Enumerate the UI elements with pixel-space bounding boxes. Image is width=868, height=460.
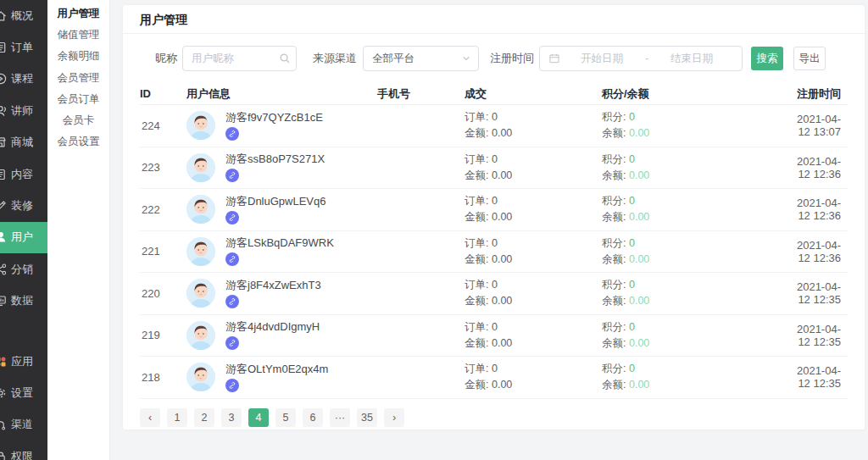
amount-label: 金额: bbox=[465, 337, 488, 349]
points-balance-cell: 积分: 0 余额: 0.00 bbox=[602, 319, 793, 352]
sidebar-item-icon bbox=[0, 199, 8, 213]
sidebar-item-icon bbox=[0, 450, 8, 460]
balance-value: 0.00 bbox=[629, 169, 649, 181]
user-info-cell: 游客LSkBqDAF9WRK bbox=[186, 236, 364, 266]
orders-label: 订单: bbox=[465, 321, 488, 333]
table-row: 224 bbox=[140, 105, 848, 147]
start-date-placeholder[interactable]: 开始日期 bbox=[560, 52, 643, 66]
channel-badge bbox=[225, 252, 239, 266]
sidebar-item-label: 装修 bbox=[11, 198, 33, 213]
pagination-button[interactable]: 5 bbox=[275, 408, 296, 427]
submenu-item[interactable]: 会员设置 bbox=[47, 131, 109, 152]
table-row: 220 bbox=[140, 273, 848, 315]
sidebar-item-icon bbox=[0, 9, 8, 23]
user-management-app: 概况 订单 课程 讲师 商城 内容 bbox=[0, 0, 868, 460]
link-icon bbox=[228, 381, 236, 390]
submenu-item[interactable]: 用户管理 bbox=[47, 3, 109, 25]
submenu-item[interactable]: 储值管理 bbox=[47, 25, 109, 46]
pagination-button[interactable]: ‹ bbox=[140, 408, 160, 427]
user-submenu: 用户管理 储值管理 余额明细 会员管理 会员订单 会员卡 会员设置 bbox=[47, 0, 110, 460]
channel-badge bbox=[225, 336, 239, 350]
sidebar-item[interactable]: 商城 bbox=[0, 127, 47, 158]
sidebar-item[interactable]: 课程 bbox=[0, 64, 47, 95]
sidebar-item-label: 讲师 bbox=[11, 103, 33, 119]
sidebar-item-label: 应用 bbox=[11, 354, 33, 369]
end-date-placeholder[interactable]: 结束日期 bbox=[650, 52, 733, 66]
amount-label: 金额: bbox=[465, 379, 488, 391]
search-button[interactable]: 搜索 bbox=[751, 47, 783, 70]
pagination-button[interactable]: › bbox=[384, 408, 404, 427]
sidebar-item[interactable]: 权限 bbox=[0, 441, 47, 460]
sidebar-item-label: 权限 bbox=[11, 449, 33, 460]
sidebar-item[interactable]: 分销 bbox=[0, 253, 47, 285]
date-range-picker[interactable]: 开始日期 - 结束日期 bbox=[539, 46, 743, 71]
registered-time: 2021-04-12 12:36 bbox=[793, 239, 848, 264]
submenu-item[interactable]: 会员卡 bbox=[47, 110, 109, 131]
orders-value: 0 bbox=[492, 363, 498, 374]
avatar bbox=[186, 237, 215, 266]
orders-label: 订单: bbox=[465, 111, 488, 123]
deal-cell: 订单: 0 金额: 0.00 bbox=[465, 277, 602, 309]
sidebar-item[interactable]: 应用 bbox=[0, 346, 47, 377]
deal-cell: 订单: 0 金额: 0.00 bbox=[465, 236, 602, 268]
deal-cell: 订单: 0 金额: 0.00 bbox=[465, 319, 602, 352]
pagination-button[interactable]: 3 bbox=[221, 408, 242, 427]
points-label: 积分: bbox=[602, 153, 626, 165]
sidebar-item[interactable]: 概况 bbox=[0, 0, 47, 31]
sidebar-item-label: 订单 bbox=[11, 40, 33, 55]
registered-time: 2021-04-12 13:07 bbox=[793, 113, 848, 138]
user-id: 223 bbox=[140, 161, 186, 174]
sidebar-item[interactable]: 订单 bbox=[0, 31, 47, 63]
pagination-button[interactable]: 1 bbox=[167, 408, 187, 427]
sidebar-item[interactable]: 数据 bbox=[0, 285, 47, 317]
registered-time: 2021-04-12 12:35 bbox=[793, 364, 848, 390]
sidebar-item[interactable]: 装修 bbox=[0, 190, 47, 221]
points-value: 0 bbox=[629, 153, 635, 165]
balance-label: 余额: bbox=[602, 127, 626, 139]
sidebar-item[interactable]: 内容 bbox=[0, 158, 47, 190]
channel-select[interactable]: 全部平台 bbox=[363, 46, 479, 71]
user-table: 224 bbox=[140, 105, 848, 399]
deal-cell: 订单: 0 金额: 0.00 bbox=[465, 152, 602, 184]
points-balance-cell: 积分: 0 余额: 0.00 bbox=[602, 152, 793, 184]
avatar bbox=[186, 111, 215, 140]
pagination-button[interactable]: 35 bbox=[357, 408, 377, 427]
channel-label: 来源渠道 bbox=[313, 46, 357, 71]
sidebar-item[interactable]: 设置 bbox=[0, 377, 47, 408]
pagination-button[interactable]: ··· bbox=[330, 408, 350, 427]
user-nickname: 游客DnluGpwLEVq6 bbox=[225, 195, 326, 208]
pagination-button[interactable]: 4 bbox=[248, 408, 269, 427]
export-button[interactable]: 导出 bbox=[793, 47, 826, 70]
link-icon bbox=[228, 213, 236, 222]
submenu-item[interactable]: 余额明细 bbox=[47, 46, 109, 67]
balance-label: 余额: bbox=[602, 253, 626, 265]
points-label: 积分: bbox=[602, 237, 626, 249]
points-balance-cell: 积分: 0 余额: 0.00 bbox=[602, 236, 793, 268]
submenu-item[interactable]: 会员订单 bbox=[47, 89, 109, 110]
channel-badge bbox=[225, 211, 239, 224]
user-id: 224 bbox=[140, 119, 186, 132]
submenu-item[interactable]: 会员管理 bbox=[47, 68, 109, 89]
sidebar-item[interactable]: 用户 bbox=[0, 222, 47, 253]
sidebar-item[interactable]: 讲师 bbox=[0, 95, 47, 126]
sidebar-item-label: 分销 bbox=[11, 262, 33, 277]
registered-time: 2021-04-12 12:36 bbox=[793, 155, 848, 180]
balance-label: 余额: bbox=[602, 169, 626, 181]
sidebar-item-icon bbox=[0, 168, 8, 181]
orders-value: 0 bbox=[492, 111, 498, 123]
pagination-button[interactable]: 6 bbox=[303, 408, 323, 427]
table-row: 223 bbox=[140, 147, 848, 190]
link-icon bbox=[228, 339, 236, 347]
points-label: 积分: bbox=[602, 279, 626, 291]
orders-value: 0 bbox=[492, 321, 498, 333]
sidebar-item-icon bbox=[0, 41, 8, 54]
balance-value: 0.00 bbox=[629, 337, 649, 349]
link-icon bbox=[228, 255, 236, 263]
balance-value: 0.00 bbox=[629, 127, 649, 139]
sidebar-item[interactable]: 渠道 bbox=[0, 409, 47, 441]
sidebar-item-icon bbox=[0, 418, 8, 431]
table-row: 222 bbox=[140, 189, 848, 231]
orders-value: 0 bbox=[492, 195, 498, 207]
pagination-button[interactable]: 2 bbox=[194, 408, 214, 427]
filter-bar: 昵称 来源渠道 全部平台 注册时间 开始日期 - 结束日期 搜索 bbox=[123, 34, 865, 83]
